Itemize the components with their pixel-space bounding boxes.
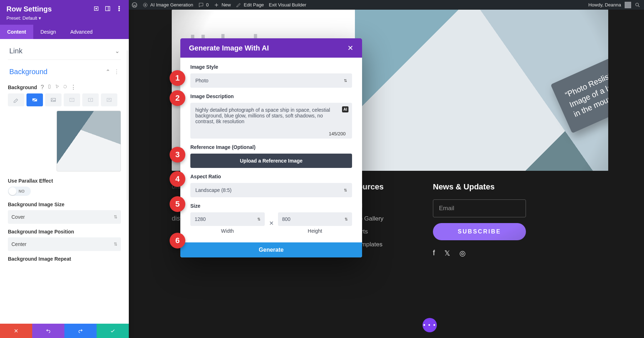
comments-count: 0 bbox=[206, 2, 209, 8]
avatar[interactable] bbox=[625, 2, 631, 8]
bg-type-mask[interactable] bbox=[101, 93, 117, 106]
height-label: Height bbox=[278, 228, 352, 234]
svg-rect-11 bbox=[48, 84, 50, 88]
bg-type-image[interactable] bbox=[45, 93, 62, 106]
generate-button[interactable]: Generate bbox=[180, 242, 362, 257]
svg-point-8 bbox=[119, 6, 120, 7]
modal-header: Generate Image With AI ✕ bbox=[180, 38, 362, 58]
wp-logo[interactable] bbox=[132, 2, 137, 8]
panel-title: Row Settings bbox=[6, 5, 52, 13]
chevron-down-icon: ▾ bbox=[39, 15, 41, 21]
size-label: Size bbox=[190, 203, 352, 209]
bg-position-value: Center bbox=[11, 241, 26, 247]
bg-type-pattern[interactable] bbox=[82, 93, 99, 106]
comments-link[interactable]: 0 bbox=[198, 2, 209, 8]
bg-position-label: Background Image Position bbox=[8, 229, 121, 235]
callout-3: 3 bbox=[170, 147, 185, 163]
modal-title: Generate Image With AI bbox=[189, 44, 269, 52]
kebab-icon[interactable] bbox=[116, 5, 122, 13]
scrollbar[interactable] bbox=[127, 50, 128, 201]
callout-5: 5 bbox=[170, 196, 185, 212]
reset-icon[interactable] bbox=[63, 84, 68, 91]
tab-content[interactable]: Content bbox=[0, 25, 33, 39]
new-link[interactable]: New bbox=[214, 2, 231, 8]
tab-design[interactable]: Design bbox=[33, 25, 63, 39]
edit-page-link[interactable]: Edit Page bbox=[236, 2, 264, 8]
width-input[interactable]: 1280 bbox=[190, 212, 265, 226]
x-icon: ✕ bbox=[269, 220, 274, 227]
expand-icon[interactable] bbox=[93, 5, 99, 13]
close-icon[interactable]: ✕ bbox=[347, 44, 353, 52]
home-icon bbox=[142, 2, 148, 8]
height-value: 800 bbox=[282, 216, 291, 222]
callout-1: 1 bbox=[170, 70, 185, 86]
svg-point-16 bbox=[90, 100, 91, 101]
comment-icon bbox=[198, 2, 204, 8]
bg-size-select[interactable]: Cover bbox=[8, 210, 121, 224]
svg-rect-6 bbox=[106, 6, 110, 11]
tab-advanced[interactable]: Advanced bbox=[63, 25, 99, 39]
settings-panel: Row Settings Preset: Default ▾ Content D… bbox=[0, 0, 129, 338]
wordpress-icon bbox=[132, 2, 137, 8]
panel-footer bbox=[0, 324, 129, 338]
site-name-label: AI Image Generation bbox=[150, 2, 193, 8]
ai-chip[interactable]: AI bbox=[342, 106, 348, 112]
builder-fab[interactable]: • • • bbox=[423, 318, 437, 332]
edit-page-label: Edit Page bbox=[244, 2, 264, 8]
section-link-label: Link bbox=[9, 47, 23, 55]
svg-point-3 bbox=[636, 3, 639, 6]
background-preview-thumb[interactable] bbox=[57, 111, 121, 172]
image-style-select[interactable]: Photo bbox=[190, 73, 352, 88]
aspect-ratio-label: Aspect Ratio bbox=[190, 174, 352, 179]
chevron-down-icon: ⌄ bbox=[115, 48, 119, 54]
image-style-label: Image Style bbox=[190, 64, 352, 70]
reference-image-label: Reference Image (Optional) bbox=[190, 144, 352, 150]
width-value: 1280 bbox=[195, 216, 206, 222]
bg-type-color[interactable] bbox=[8, 93, 24, 106]
svg-rect-17 bbox=[107, 98, 111, 102]
bg-size-label: Background Image Size bbox=[8, 202, 121, 207]
exit-builder-link[interactable]: Exit Visual Builder bbox=[269, 2, 307, 8]
image-desc-label: Image Description bbox=[190, 93, 352, 99]
chevron-up-icon: ⌃ bbox=[106, 68, 110, 75]
help-icon[interactable]: ? bbox=[41, 84, 44, 91]
image-style-value: Photo bbox=[195, 78, 209, 83]
bg-repeat-label: Background Image Repeat bbox=[8, 256, 121, 262]
parallax-toggle[interactable]: NO bbox=[8, 187, 31, 196]
section-link[interactable]: Link ⌄ bbox=[8, 39, 121, 60]
bg-position-select[interactable]: Center bbox=[8, 237, 121, 251]
section-background[interactable]: Background ⌃ ⋮ bbox=[8, 60, 121, 80]
phone-icon[interactable] bbox=[47, 84, 52, 91]
cursor-icon[interactable] bbox=[55, 84, 60, 91]
redo-button[interactable] bbox=[64, 324, 97, 338]
svg-point-5 bbox=[96, 8, 97, 9]
image-desc-field[interactable]: AI 145/200 bbox=[190, 103, 352, 139]
howdy-text[interactable]: Howdy, Deanna bbox=[588, 2, 621, 8]
bg-type-video[interactable] bbox=[64, 93, 80, 106]
save-button[interactable] bbox=[97, 324, 129, 338]
preset-dropdown[interactable]: Preset: Default ▾ bbox=[6, 15, 41, 21]
background-type-tabs bbox=[8, 93, 121, 106]
height-input[interactable]: 800 bbox=[278, 212, 352, 226]
aspect-ratio-select[interactable]: Landscape (8:5) bbox=[190, 183, 352, 197]
upload-reference-button[interactable]: Upload a Reference Image bbox=[190, 154, 352, 168]
aspect-ratio-value: Landscape (8:5) bbox=[195, 187, 231, 193]
cancel-button[interactable] bbox=[0, 324, 32, 338]
image-desc-textarea[interactable] bbox=[195, 107, 338, 129]
pencil-icon bbox=[236, 2, 241, 8]
layout-icon[interactable] bbox=[104, 5, 111, 13]
svg-point-10 bbox=[119, 10, 120, 11]
kebab-icon[interactable]: ⋮ bbox=[70, 84, 76, 91]
callout-6: 6 bbox=[170, 233, 185, 248]
bg-type-gradient[interactable] bbox=[26, 93, 43, 106]
search-icon[interactable] bbox=[635, 2, 640, 8]
parallax-value: NO bbox=[16, 189, 27, 193]
undo-button[interactable] bbox=[32, 324, 64, 338]
panel-tabs: Content Design Advanced bbox=[0, 25, 129, 39]
background-label: Background bbox=[8, 84, 37, 90]
panel-header: Row Settings Preset: Default ▾ bbox=[0, 0, 129, 25]
kebab-icon[interactable]: ⋮ bbox=[114, 68, 119, 75]
width-label: Width bbox=[190, 228, 265, 234]
site-name[interactable]: AI Image Generation bbox=[142, 2, 193, 8]
wp-admin-bar: AI Image Generation 0 New Edit Page Exit… bbox=[129, 0, 644, 10]
